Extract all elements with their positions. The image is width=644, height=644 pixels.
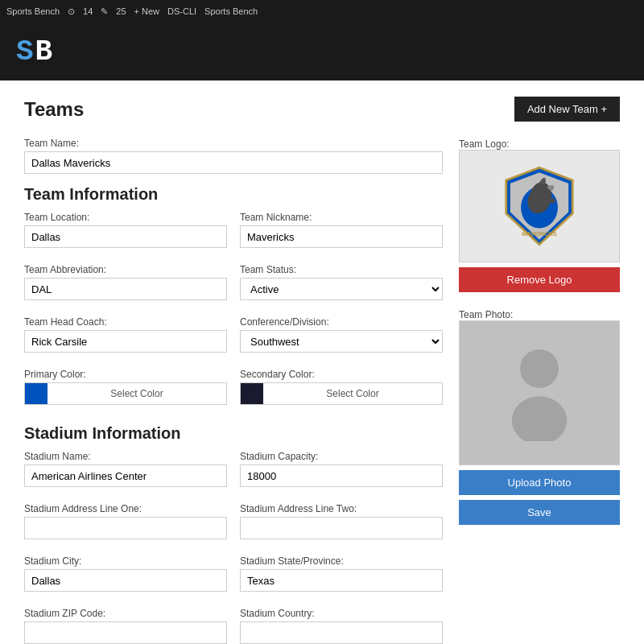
topbar-sep1: ⊙: [68, 6, 75, 17]
stadium-zip-group: Stadium ZIP Code:: [24, 608, 227, 644]
primary-color-picker[interactable]: Select Color: [24, 382, 227, 405]
stadium-capacity-input[interactable]: [240, 464, 443, 487]
stadium-address1-group: Stadium Address Line One:: [24, 503, 227, 539]
team-name-label: Team Name:: [24, 138, 443, 149]
logo-s: S: [16, 35, 32, 68]
team-photo-group: Team Photo: Upload Photo Save: [459, 308, 620, 525]
stadium-name-input[interactable]: [24, 464, 227, 487]
stadium-zip-input[interactable]: [24, 621, 227, 644]
stadium-name-group: Stadium Name:: [24, 451, 227, 487]
topbar-count1: 14: [83, 6, 93, 16]
logobar: S B: [0, 23, 644, 80]
mavericks-logo-image: MAVERICKS: [495, 162, 584, 250]
primary-color-select-label[interactable]: Select Color: [47, 388, 226, 399]
right-panel: Team Logo: MAVERICKS: [459, 138, 620, 644]
stadium-address1-label: Stadium Address Line One:: [24, 503, 227, 514]
topbar-count2: 25: [116, 6, 126, 16]
content-area: Team Name: Team Information Team Locatio…: [24, 138, 620, 644]
save-button[interactable]: Save: [459, 500, 620, 525]
team-location-group: Team Location:: [24, 212, 227, 248]
team-abbreviation-group: Team Abbreviation:: [24, 264, 227, 300]
topbar-appname: Sports Bench: [6, 6, 60, 16]
team-nickname-group: Team Nickname:: [240, 212, 443, 248]
team-nickname-input[interactable]: [240, 225, 443, 248]
secondary-color-group: Secondary Color: Select Color: [240, 369, 443, 405]
svg-text:MAVERICKS: MAVERICKS: [522, 230, 557, 237]
team-location-label: Team Location:: [24, 212, 227, 223]
svg-point-4: [520, 349, 559, 388]
team-status-group: Team Status: Active Inactive: [240, 264, 443, 300]
topbar-cli[interactable]: DS-CLI: [167, 6, 196, 16]
page-title: Teams: [24, 98, 84, 121]
topbar: Sports Bench ⊙ 14 ✎ 25 + New DS-CLI Spor…: [0, 0, 644, 23]
team-name-group: Team Name:: [24, 138, 443, 174]
topbar-new[interactable]: + New: [134, 6, 160, 16]
topbar-appname2: Sports Bench: [204, 6, 258, 16]
stadium-address2-input[interactable]: [240, 517, 443, 539]
team-conference-label: Conference/Division:: [240, 316, 443, 328]
team-logo-label: Team Logo:: [459, 138, 510, 150]
remove-logo-button[interactable]: Remove Logo: [459, 267, 620, 292]
stadium-state-input[interactable]: [240, 569, 443, 592]
stadium-city-label: Stadium City:: [24, 555, 227, 567]
stadium-state-group: Stadium State/Province:: [240, 555, 443, 592]
secondary-color-label: Secondary Color:: [240, 369, 443, 380]
stadium-state-label: Stadium State/Province:: [240, 555, 443, 567]
team-name-input[interactable]: [24, 151, 443, 174]
team-logo-group: Team Logo: MAVERICKS: [459, 138, 620, 300]
stadium-info-grid: Stadium Name: Stadium Capacity: Stadium …: [24, 451, 443, 644]
stadium-country-label: Stadium Country:: [240, 608, 443, 619]
stadium-address1-input[interactable]: [24, 517, 227, 539]
stadium-city-group: Stadium City:: [24, 555, 227, 592]
main-content: Teams Add New Team + Team Name: Team Inf…: [0, 80, 644, 644]
stadium-zip-label: Stadium ZIP Code:: [24, 608, 227, 619]
team-photo-box: [459, 320, 620, 465]
stadium-address2-label: Stadium Address Line Two:: [240, 503, 443, 514]
team-conference-select[interactable]: Southwest Northwest Pacific Atlantic Cen…: [240, 330, 443, 353]
stadium-city-input[interactable]: [24, 569, 227, 592]
secondary-color-picker[interactable]: Select Color: [240, 382, 443, 405]
secondary-color-select-label[interactable]: Select Color: [263, 388, 442, 399]
add-new-team-button[interactable]: Add New Team +: [514, 97, 620, 122]
stadium-country-group: Stadium Country:: [240, 608, 443, 644]
page-header: Teams Add New Team +: [24, 97, 620, 122]
team-info-section-title: Team Information: [24, 185, 443, 204]
topbar-sep2: ✎: [101, 6, 108, 17]
stadium-capacity-label: Stadium Capacity:: [240, 451, 443, 462]
stadium-info-section-title: Stadium Information: [24, 424, 443, 443]
primary-color-group: Primary Color: Select Color: [24, 369, 227, 405]
team-coach-group: Team Head Coach:: [24, 316, 227, 353]
svg-point-5: [512, 396, 568, 441]
team-nickname-label: Team Nickname:: [240, 212, 443, 223]
stadium-address2-group: Stadium Address Line Two:: [240, 503, 443, 539]
stadium-country-input[interactable]: [240, 621, 443, 644]
stadium-capacity-group: Stadium Capacity:: [240, 451, 443, 487]
team-conference-group: Conference/Division: Southwest Northwest…: [240, 316, 443, 353]
team-logo-box: MAVERICKS: [459, 150, 620, 262]
primary-color-swatch: [25, 383, 47, 404]
stadium-name-label: Stadium Name:: [24, 451, 227, 462]
team-abbreviation-input[interactable]: [24, 278, 227, 300]
team-status-label: Team Status:: [240, 264, 443, 275]
team-photo-label: Team Photo:: [459, 309, 513, 320]
team-abbreviation-label: Team Abbreviation:: [24, 264, 227, 275]
team-coach-label: Team Head Coach:: [24, 316, 227, 328]
app-logo: S B: [16, 35, 52, 68]
primary-color-label: Primary Color:: [24, 369, 227, 380]
team-info-grid: Team Location: Team Nickname: Team Abbre…: [24, 212, 443, 413]
person-silhouette-icon: [503, 345, 576, 441]
team-coach-input[interactable]: [24, 330, 227, 353]
upload-photo-button[interactable]: Upload Photo: [459, 470, 620, 495]
secondary-color-swatch: [241, 383, 263, 404]
left-panel: Team Name: Team Information Team Locatio…: [24, 138, 443, 644]
logo-b: B: [35, 35, 53, 68]
team-location-input[interactable]: [24, 225, 227, 248]
team-status-select[interactable]: Active Inactive: [240, 278, 443, 300]
